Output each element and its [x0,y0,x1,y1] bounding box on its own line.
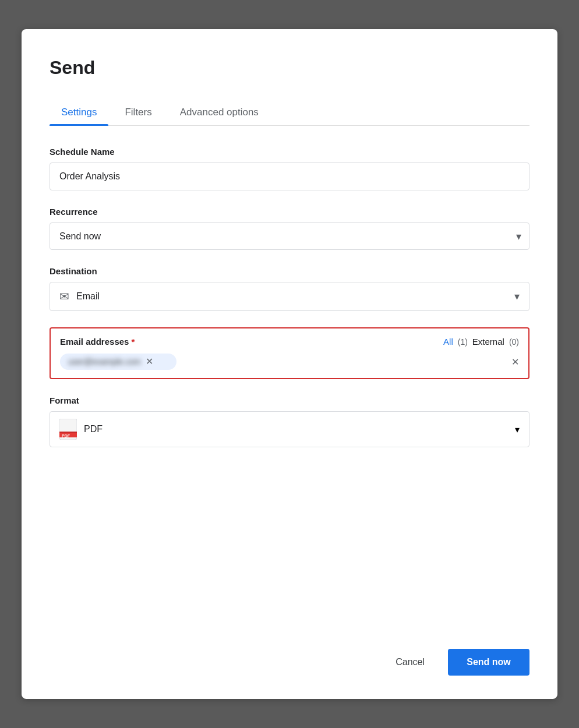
pdf-icon: PDF [59,419,77,440]
dialog-title: Send [50,57,529,79]
send-now-button[interactable]: Send now [448,649,529,676]
tab-filters[interactable]: Filters [113,100,163,125]
filter-all-count: (1) [458,337,468,347]
svg-rect-3 [59,432,77,433]
tab-bar: Settings Filters Advanced options [50,100,529,126]
email-icon: ✉ [59,289,69,303]
send-dialog: Send Settings Filters Advanced options S… [22,29,557,699]
schedule-name-group: Schedule Name [50,147,529,190]
format-value: PDF [84,424,515,434]
filter-external-count: (0) [509,337,519,347]
destination-label: Destination [50,266,529,276]
format-label: Format [50,395,529,405]
email-chip-close-icon[interactable]: ✕ [146,357,153,366]
email-chips-row: user@example.com ✕ ✕ [60,354,519,378]
email-addresses-section: Email addresses * All (1) External (0) u… [50,327,529,379]
destination-select[interactable]: ✉ Email ▾ [50,282,529,311]
format-select[interactable]: PDF PDF ▾ [50,411,529,447]
pdf-file-icon: PDF [59,419,77,440]
tab-settings[interactable]: Settings [50,100,108,125]
cancel-button[interactable]: Cancel [382,650,439,674]
email-chip: user@example.com ✕ [60,354,176,370]
filter-all-button[interactable]: All [443,337,453,347]
format-group: Format PDF PDF ▾ [50,395,529,447]
email-filters: All (1) External (0) [443,337,519,347]
schedule-name-input[interactable] [50,162,529,190]
email-chip-text: user@example.com [68,357,141,366]
recurrence-select-wrapper: Send now ▾ [50,222,529,250]
recurrence-select[interactable]: Send now [50,222,529,250]
svg-text:PDF: PDF [62,434,70,438]
recurrence-group: Recurrence Send now ▾ [50,207,529,250]
destination-group: Destination ✉ Email ▾ [50,266,529,311]
required-star: * [131,337,135,347]
schedule-name-label: Schedule Name [50,147,529,157]
filter-external-button[interactable]: External [472,337,504,347]
destination-chevron-icon: ▾ [514,290,520,303]
dialog-footer: Cancel Send now [50,637,529,676]
destination-value: Email [76,291,514,302]
recurrence-label: Recurrence [50,207,529,217]
email-addresses-label: Email addresses * [60,337,135,347]
email-addresses-header: Email addresses * All (1) External (0) [60,337,519,347]
tab-advanced-options[interactable]: Advanced options [168,100,270,125]
email-input-clear-icon[interactable]: ✕ [511,356,519,367]
format-chevron-icon: ▾ [515,424,520,435]
